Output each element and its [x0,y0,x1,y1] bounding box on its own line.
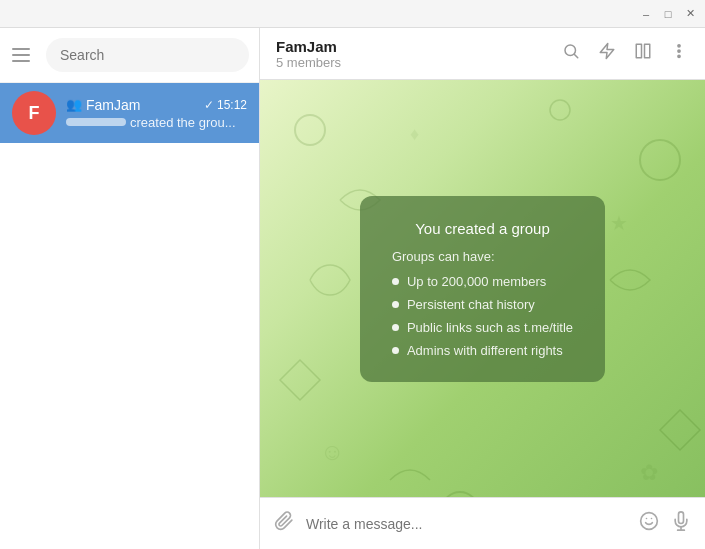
svg-point-5 [678,45,680,47]
more-icon[interactable] [669,42,689,65]
list-item: Up to 200,000 members [392,274,573,289]
chat-header-info: FamJam 5 members [276,38,561,70]
hamburger-menu[interactable] [12,43,36,67]
sidebar: F 👥 FamJam ✓ 15:12 created the grou... [0,28,260,549]
checkmark-icon: ✓ [204,98,214,112]
svg-point-10 [550,100,570,120]
boost-icon[interactable] [597,42,617,65]
bullet-icon [392,324,399,331]
svg-text:★: ★ [610,212,628,234]
title-bar: – □ ✕ [0,0,705,28]
main-chat: FamJam 5 members [260,28,705,549]
svg-text:♦: ♦ [410,124,419,144]
maximize-button[interactable]: □ [661,7,675,21]
list-item: Public links such as t.me/title [392,320,573,335]
sidebar-header [0,28,259,83]
bullet-icon [392,301,399,308]
attach-icon[interactable] [274,511,294,536]
info-card: You created a group Groups can have: Up … [360,196,605,382]
svg-point-18 [641,513,658,530]
list-item: Persistent chat history [392,297,573,312]
info-card-list: Up to 200,000 members Persistent chat hi… [392,274,573,358]
chat-header-members: 5 members [276,55,561,70]
close-button[interactable]: ✕ [683,7,697,21]
chat-info: 👥 FamJam ✓ 15:12 created the grou... [66,97,247,130]
message-input[interactable] [306,516,627,532]
app-body: F 👥 FamJam ✓ 15:12 created the grou... [0,28,705,549]
list-item: Admins with different rights [392,343,573,358]
columns-icon[interactable] [633,42,653,65]
preview-name-bar [66,118,126,126]
svg-point-9 [640,140,680,180]
avatar: F [12,91,56,135]
chat-header-name: FamJam [276,38,561,55]
svg-point-0 [565,45,576,56]
chat-background: ☺ ★ ♦ ✿ ♣ You created a group Groups can… [260,80,705,497]
message-input-area [260,497,705,549]
info-card-title: You created a group [392,220,573,237]
svg-point-7 [678,55,680,57]
svg-text:☺: ☺ [320,438,345,465]
mic-icon[interactable] [671,511,691,536]
chat-preview: created the grou... [66,115,247,130]
chat-time: ✓ 15:12 [204,98,247,112]
chat-header: FamJam 5 members [260,28,705,80]
chat-name: 👥 FamJam [66,97,140,113]
svg-point-11 [442,492,478,497]
chat-header-actions [561,42,689,65]
search-icon[interactable] [561,42,581,65]
minimize-button[interactable]: – [639,7,653,21]
svg-rect-3 [636,44,641,58]
chat-name-row: 👥 FamJam ✓ 15:12 [66,97,247,113]
chat-list-item[interactable]: F 👥 FamJam ✓ 15:12 created the grou... [0,83,259,143]
svg-text:✿: ✿ [640,460,658,485]
svg-point-8 [295,115,325,145]
svg-line-1 [574,54,577,57]
preview-text: created the grou... [130,115,236,130]
emoji-icon[interactable] [639,511,659,536]
group-icon: 👥 [66,97,82,112]
svg-marker-2 [600,44,614,59]
svg-point-6 [678,50,680,52]
info-card-subtitle: Groups can have: [392,249,573,264]
bullet-icon [392,278,399,285]
bullet-icon [392,347,399,354]
svg-rect-4 [645,44,650,58]
search-input[interactable] [46,38,249,72]
